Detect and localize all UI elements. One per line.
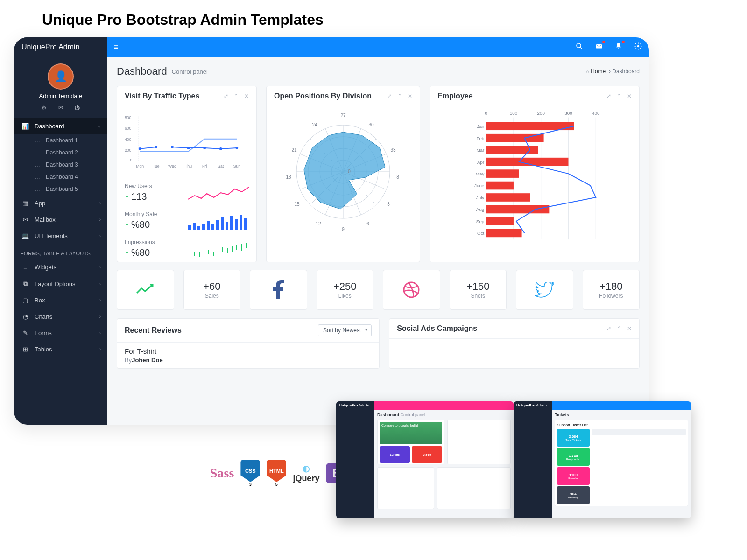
breadcrumb-home[interactable]: Home bbox=[591, 68, 606, 75]
sidebar-item-layout[interactable]: ⧉Layout Options› bbox=[14, 275, 107, 292]
breadcrumb-current: Dashboard bbox=[612, 68, 640, 75]
stat-label: New Users bbox=[125, 183, 152, 189]
collapse-icon[interactable]: ⌃ bbox=[617, 325, 621, 332]
card-title: Social Ads Campaigns bbox=[397, 324, 477, 333]
close-icon[interactable]: ✕ bbox=[627, 325, 632, 332]
html5-logo: HTML5 bbox=[267, 460, 286, 487]
svg-point-17 bbox=[235, 147, 238, 149]
svg-text:Mar: Mar bbox=[476, 147, 485, 153]
stat-label: Likes bbox=[338, 293, 352, 299]
svg-text:200: 200 bbox=[537, 111, 545, 116]
svg-text:6: 6 bbox=[366, 221, 369, 226]
sidebar-item-box[interactable]: ▢Box› bbox=[14, 292, 107, 308]
sidebar-item-ui[interactable]: 💻UI Elements› bbox=[14, 228, 107, 244]
svg-text:0: 0 bbox=[348, 169, 351, 174]
chevron-right-icon: › bbox=[99, 281, 101, 287]
svg-text:24: 24 bbox=[312, 122, 317, 127]
page-header: Dashboard Control panel ⌂ Home › Dashboa… bbox=[117, 65, 640, 77]
stat-value: +180 bbox=[599, 280, 623, 293]
twitter-icon bbox=[535, 282, 554, 298]
close-icon[interactable]: ✕ bbox=[627, 93, 632, 99]
stat-value: +250 bbox=[333, 280, 357, 293]
banner-text: Contrary to popular belief bbox=[380, 422, 442, 444]
svg-rect-36 bbox=[240, 215, 242, 230]
user-name: Admin Template bbox=[14, 92, 107, 99]
svg-text:27: 27 bbox=[340, 113, 346, 118]
dribbble-icon-card bbox=[383, 270, 440, 310]
mock-sub: Support Ticket List bbox=[557, 423, 686, 427]
gear-icon[interactable]: ⚙ bbox=[42, 105, 47, 111]
collapse-icon[interactable]: ⌃ bbox=[397, 93, 402, 99]
close-icon[interactable]: ✕ bbox=[244, 93, 249, 99]
traffic-line-chart: 8006004002000 MonTueWedThuFriSatSun bbox=[125, 112, 250, 170]
sidebar-item-dashboard[interactable]: 📊 Dashboard ⌄ bbox=[14, 118, 107, 134]
twitter-icon-card bbox=[516, 270, 573, 310]
sidebar-item-tables[interactable]: ⊞Tables› bbox=[14, 341, 107, 357]
close-icon[interactable]: ✕ bbox=[408, 93, 412, 99]
mail-icon[interactable]: ✉ bbox=[58, 105, 63, 111]
svg-rect-26 bbox=[193, 223, 196, 230]
expand-icon[interactable]: ⤢ bbox=[606, 93, 611, 99]
sidebar-item-widgets[interactable]: ≡Widgets› bbox=[14, 259, 107, 275]
expand-icon[interactable]: ⤢ bbox=[606, 325, 611, 332]
expand-icon[interactable]: ⤢ bbox=[224, 93, 228, 99]
app-window: UniquePro Admin 👤 Admin Template ⚙ ✉ ⏻ 📊… bbox=[14, 37, 649, 425]
sidebar-item-forms[interactable]: ✎Forms› bbox=[14, 325, 107, 341]
svg-text:33: 33 bbox=[390, 147, 396, 153]
power-icon[interactable]: ⏻ bbox=[74, 105, 80, 111]
sidebar-label: UI Elements bbox=[35, 232, 68, 239]
layout-icon: ⧉ bbox=[21, 280, 30, 287]
card-employee: Employee ⤢⌃✕ 0100200300400 JanFebMarAprM… bbox=[430, 86, 640, 262]
chevron-right-icon: › bbox=[99, 347, 101, 352]
sidebar-sub-d5[interactable]: Dashboard 5 bbox=[14, 183, 107, 195]
svg-rect-28 bbox=[202, 224, 205, 230]
settings-icon[interactable] bbox=[634, 42, 642, 52]
sidebar-sub-d4[interactable]: Dashboard 4 bbox=[14, 171, 107, 183]
sort-dropdown[interactable]: Sort by Newest bbox=[318, 324, 372, 336]
stat-value: +60 bbox=[203, 280, 220, 293]
svg-rect-35 bbox=[235, 219, 238, 230]
menu-toggle-icon[interactable]: ≡ bbox=[114, 43, 118, 51]
sidebar-label: Mailbox bbox=[35, 216, 56, 223]
sidebar-item-mailbox[interactable]: ✉Mailbox› bbox=[14, 211, 107, 228]
collapse-icon[interactable]: ⌃ bbox=[234, 93, 239, 99]
chevron-right-icon: › bbox=[99, 233, 101, 238]
svg-text:3: 3 bbox=[387, 202, 390, 207]
svg-rect-96 bbox=[486, 229, 521, 238]
stat-value: 113 bbox=[131, 191, 147, 202]
svg-text:Tue: Tue bbox=[153, 164, 160, 168]
svg-text:Sat: Sat bbox=[218, 164, 224, 168]
search-icon[interactable] bbox=[575, 42, 584, 52]
stat-label: Sales bbox=[205, 293, 219, 299]
sidebar-item-charts[interactable]: ◔Charts› bbox=[14, 308, 107, 325]
mail-icon[interactable] bbox=[595, 42, 603, 52]
sidebar-label: Tables bbox=[35, 346, 52, 353]
breadcrumb: ⌂ Home › Dashboard bbox=[586, 68, 640, 75]
stat-value: %80 bbox=[131, 247, 150, 258]
stat-label: Monthly Sale bbox=[125, 211, 157, 217]
svg-point-15 bbox=[203, 147, 206, 149]
bell-icon[interactable] bbox=[614, 42, 623, 52]
stat-label: Shots bbox=[471, 293, 485, 299]
svg-rect-92 bbox=[486, 182, 514, 190]
envelope-icon: ✉ bbox=[21, 216, 30, 223]
sidebar-sub-d3[interactable]: Dashboard 3 bbox=[14, 159, 107, 171]
facebook-icon bbox=[272, 280, 284, 299]
svg-text:400: 400 bbox=[592, 111, 600, 116]
expand-icon[interactable]: ⤢ bbox=[387, 93, 392, 99]
svg-text:Jan: Jan bbox=[477, 124, 484, 129]
collapse-icon[interactable]: ⌃ bbox=[617, 93, 621, 99]
svg-point-13 bbox=[171, 146, 174, 148]
sidebar-sub-d2[interactable]: Dashboard 2 bbox=[14, 147, 107, 159]
sidebar-item-app[interactable]: ▦App› bbox=[14, 195, 107, 211]
stat-label: Followers bbox=[599, 293, 623, 299]
avatar[interactable]: 👤 bbox=[48, 63, 74, 90]
svg-text:15: 15 bbox=[294, 202, 300, 207]
svg-rect-94 bbox=[486, 205, 549, 214]
home-icon: ⌂ bbox=[586, 68, 589, 75]
sidebar-sub-d1[interactable]: Dashboard 1 bbox=[14, 134, 107, 147]
chevron-right-icon: › bbox=[99, 217, 101, 222]
sidebar: UniquePro Admin 👤 Admin Template ⚙ ✉ ⏻ 📊… bbox=[14, 37, 107, 425]
tile-value: 12,586 bbox=[390, 453, 400, 456]
svg-text:Apr: Apr bbox=[477, 160, 485, 165]
